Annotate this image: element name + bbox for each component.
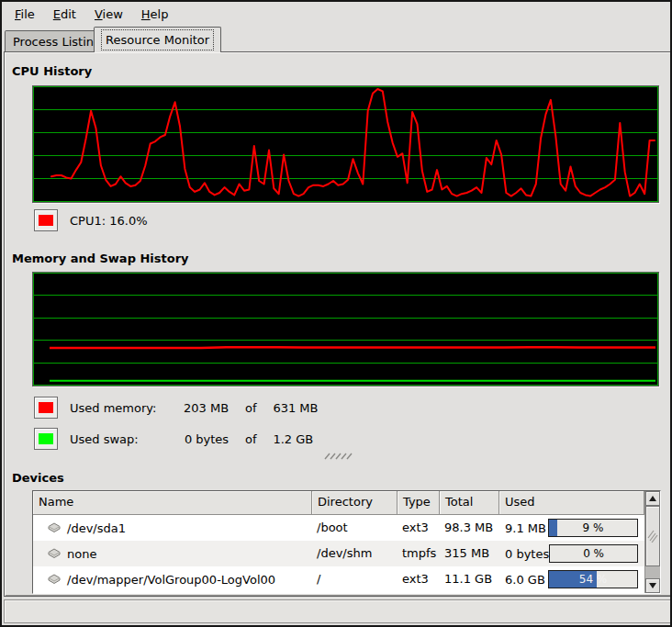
grip-slashes-icon — [323, 452, 354, 461]
device-total: 11.1 GB — [440, 566, 499, 592]
column-header-name[interactable]: Name — [33, 491, 312, 515]
cpu-color-button[interactable] — [34, 209, 58, 231]
thumb-grip-icon — [647, 530, 658, 543]
usage-bar: 54 % — [548, 570, 638, 588]
disk-icon — [47, 521, 62, 534]
memory-history-graph — [32, 272, 659, 386]
device-total: 315 MB — [440, 541, 499, 566]
cpu-legend: CPU1: 16.0% — [34, 209, 148, 231]
menu-view[interactable]: View — [85, 5, 132, 24]
tab-resource-monitor[interactable]: Resource Monitor — [94, 27, 221, 52]
device-used: 0 bytes — [505, 547, 549, 561]
memory-color-chip — [39, 402, 53, 413]
device-row[interactable]: /dev/mapper/VolGroup00-LogVol00 / ext3 1… — [33, 566, 644, 592]
memory-series-line — [50, 347, 655, 348]
memory-legend-label: Used memory: — [70, 401, 164, 415]
menu-edit[interactable]: Edit — [44, 5, 85, 24]
device-directory: /boot — [312, 515, 398, 541]
device-directory: /dev/shm — [312, 541, 398, 566]
cpu-history-svg — [33, 86, 658, 202]
disk-icon — [47, 573, 62, 586]
usage-bar-label: 54 % — [549, 571, 637, 588]
arrow-up-icon — [649, 496, 656, 501]
device-row[interactable]: /dev/sda1 /boot ext3 98.3 MB 9.1 MB 9 % — [33, 515, 644, 541]
column-header-total[interactable]: Total — [440, 491, 499, 515]
memory-history-title: Memory and Swap History — [12, 252, 189, 265]
scrollbar-track[interactable] — [645, 566, 660, 578]
device-name: none — [67, 547, 96, 561]
scroll-up-button[interactable] — [645, 491, 660, 506]
devices-table-body: /dev/sda1 /boot ext3 98.3 MB 9.1 MB 9 % … — [33, 515, 644, 592]
arrow-down-icon — [649, 583, 656, 588]
memory-total-value: 631 MB — [273, 401, 318, 415]
device-type: ext3 — [398, 566, 440, 592]
device-type: ext3 — [398, 515, 440, 541]
devices-table: Name Directory Type Total Used /dev/sda1… — [32, 490, 661, 594]
device-name: /dev/mapper/VolGroup00-LogVol00 — [67, 573, 275, 587]
device-used: 6.0 GB — [505, 573, 545, 587]
device-type: tmpfs — [398, 541, 440, 566]
swap-color-button[interactable] — [34, 428, 58, 450]
swap-legend: Used swap: 0 bytes of 1.2 GB — [34, 428, 313, 450]
cpu-color-chip — [39, 215, 53, 226]
menu-help[interactable]: Help — [132, 5, 178, 24]
devices-title: Devices — [12, 471, 64, 485]
device-name: /dev/sda1 — [67, 521, 126, 535]
devices-scrollbar[interactable] — [644, 491, 660, 593]
cpu-history-title: CPU History — [12, 64, 92, 78]
tab-strip: Process Listing Resource Monitor — [4, 26, 668, 52]
memory-used-value: 203 MB — [168, 401, 229, 415]
cpu-history-graph — [32, 85, 659, 203]
usage-bar-label: 0 % — [550, 545, 637, 562]
device-row[interactable]: none /dev/shm tmpfs 315 MB 0 bytes 0 % — [33, 541, 644, 566]
column-header-used[interactable]: Used — [499, 491, 644, 515]
usage-bar: 9 % — [548, 519, 638, 537]
memory-of-text: of — [232, 401, 269, 415]
usage-bar-label: 9 % — [549, 520, 637, 536]
device-total: 98.3 MB — [440, 515, 499, 541]
tab-resource-monitor-label: Resource Monitor — [102, 30, 213, 50]
swap-total-value: 1.2 GB — [273, 432, 313, 446]
menu-file[interactable]: File — [6, 5, 44, 24]
cpu-legend-label: CPU1: 16.0% — [70, 214, 148, 228]
column-header-type[interactable]: Type — [398, 491, 440, 515]
swap-legend-label: Used swap: — [70, 432, 164, 446]
memory-legend: Used memory: 203 MB of 631 MB — [34, 397, 319, 419]
disk-icon — [47, 547, 62, 560]
scroll-down-button[interactable] — [645, 578, 660, 593]
swap-of-text: of — [232, 432, 269, 446]
memory-history-svg — [33, 273, 658, 386]
device-directory: / — [312, 566, 398, 592]
usage-bar: 0 % — [549, 544, 638, 563]
column-header-directory[interactable]: Directory — [312, 491, 398, 515]
menubar: File Edit View Help — [2, 2, 670, 26]
scrollbar-thumb[interactable] — [645, 506, 660, 566]
resource-monitor-page: CPU History CPU1: 16.0% Memory and Swap … — [4, 51, 672, 597]
pane-resize-grip[interactable] — [323, 450, 354, 459]
swap-used-value: 0 bytes — [168, 432, 229, 446]
memory-color-button[interactable] — [34, 397, 58, 419]
system-monitor-window: File Edit View Help Process Listing Reso… — [0, 0, 672, 627]
tab-process-listing-label: Process Listing — [13, 35, 101, 49]
memory-graph-border — [34, 274, 658, 386]
swap-color-chip — [39, 433, 53, 444]
device-used: 9.1 MB — [505, 521, 546, 535]
devices-table-header: Name Directory Type Total Used — [33, 491, 644, 515]
status-bar — [4, 599, 672, 623]
